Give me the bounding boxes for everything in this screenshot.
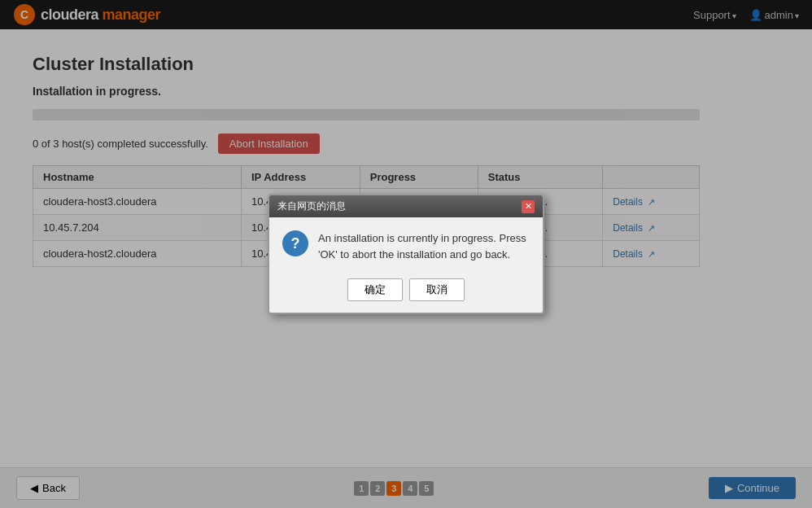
modal-info-icon: ? <box>282 230 308 256</box>
modal-cancel-button[interactable]: 取消 <box>409 278 465 301</box>
modal-titlebar: 来自网页的消息 ✕ <box>269 195 543 217</box>
modal-message: An installation is currently in progress… <box>318 230 530 262</box>
modal-dialog: 来自网页的消息 ✕ ? An installation is currently… <box>268 194 544 314</box>
modal-body: ? An installation is currently in progre… <box>269 217 543 272</box>
modal-footer: 确定 取消 <box>269 272 543 313</box>
modal-overlay: 来自网页的消息 ✕ ? An installation is currently… <box>0 0 812 508</box>
modal-ok-button[interactable]: 确定 <box>347 278 403 301</box>
modal-close-button[interactable]: ✕ <box>522 200 535 213</box>
modal-title: 来自网页的消息 <box>277 199 346 213</box>
